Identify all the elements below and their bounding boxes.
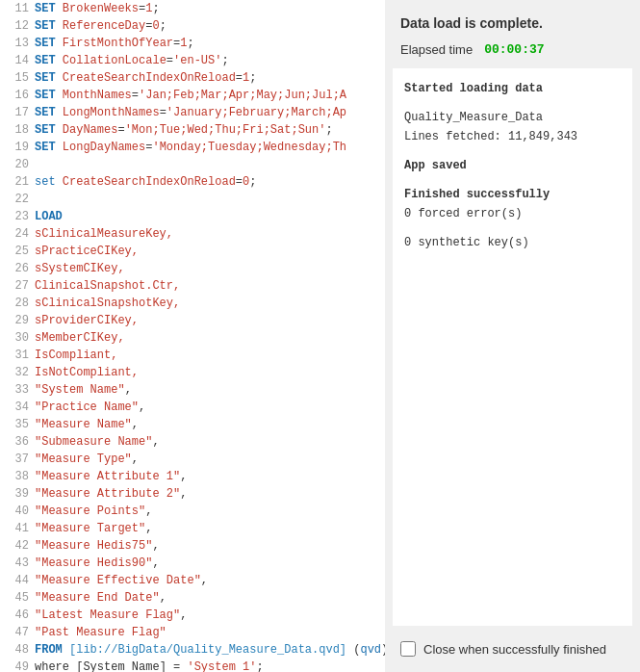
log-area: Started loading data Quality_Measure_Dat… — [393, 68, 632, 626]
code-line: "Measure Target", — [35, 520, 385, 537]
code-line: SET CreateSearchIndexOnReload=1; — [35, 69, 385, 87]
code-line: "Submeasure Name", — [35, 433, 385, 451]
elapsed-row: Elapsed time 00:00:37 — [400, 42, 625, 57]
checkbox-area[interactable]: Close when successfully finished — [385, 626, 640, 672]
code-line: sClinicalSnapshotKey, — [35, 295, 385, 312]
code-line: sMemberCIKey, — [35, 329, 385, 347]
code-editor: 1112131415161718192021222324252627282930… — [0, 0, 385, 672]
elapsed-value: 00:00:37 — [484, 42, 544, 57]
checkbox-label[interactable]: Close when successfully finished — [423, 642, 606, 657]
log-line — [404, 147, 621, 155]
log-line — [404, 99, 621, 107]
code-line: "Measure Hedis90", — [35, 555, 385, 572]
code-line — [35, 156, 385, 173]
elapsed-label: Elapsed time — [400, 42, 473, 57]
log-line: Started loading data — [404, 80, 621, 97]
code-line: "Measure Attribute 2", — [35, 485, 385, 503]
code-line: IsCompliant, — [35, 347, 385, 364]
code-line: IsNotCompliant, — [35, 364, 385, 381]
status-area: Data load is complete. Elapsed time 00:0… — [385, 0, 640, 68]
code-line: SET ReferenceDay=0; — [35, 17, 385, 35]
log-line: App saved — [404, 157, 621, 174]
code-line: SET CollationLocale='en-US'; — [35, 52, 385, 69]
code-line: "Measure Points", — [35, 503, 385, 520]
log-line: Finished successfully — [404, 186, 621, 203]
log-line: Quality_Measure_Data — [404, 109, 621, 126]
code-line: where [System Name] = 'System 1'; — [35, 659, 385, 672]
code-line: SET DayNames='Mon;Tue;Wed;Thu;Fri;Sat;Su… — [35, 121, 385, 139]
code-line: "Practice Name", — [35, 399, 385, 416]
code-line: sPracticeCIKey, — [35, 243, 385, 260]
line-numbers: 1112131415161718192021222324252627282930… — [0, 0, 35, 672]
code-line: "Measure End Date", — [35, 589, 385, 607]
log-line: 0 synthetic key(s) — [404, 234, 621, 251]
log-line: 0 forced error(s) — [404, 205, 621, 222]
code-line: SET LongMonthNames='January;February;Mar… — [35, 104, 385, 121]
close-when-finished-checkbox[interactable] — [400, 641, 416, 657]
code-line: "Measure Name", — [35, 416, 385, 433]
code-line: sSystemCIKey, — [35, 260, 385, 277]
code-line: sClinicalMeasureKey, — [35, 225, 385, 243]
code-line: SET BrokenWeeks=1; — [35, 0, 385, 17]
code-line: ClinicalSnapshot.Ctr, — [35, 277, 385, 295]
code-line: FROM [lib://BigData/Quality_Measure_Data… — [35, 641, 385, 659]
code-line: "Latest Measure Flag", — [35, 607, 385, 624]
right-panel: Data load is complete. Elapsed time 00:0… — [385, 0, 640, 672]
log-line — [404, 176, 621, 184]
log-line: Lines fetched: 11,849,343 — [404, 128, 621, 145]
code-line: "Measure Hedis75", — [35, 537, 385, 555]
code-line: "Measure Attribute 1", — [35, 468, 385, 485]
code-line: "Measure Type", — [35, 451, 385, 468]
code-line: set CreateSearchIndexOnReload=0; — [35, 173, 385, 191]
data-load-title: Data load is complete. — [400, 15, 625, 31]
code-line: SET LongDayNames='Monday;Tuesday;Wednesd… — [35, 139, 385, 156]
code-line: "Past Measure Flag" — [35, 624, 385, 641]
code-line: sProviderCIKey, — [35, 312, 385, 329]
code-line: SET FirstMonthOfYear=1; — [35, 35, 385, 52]
code-line: LOAD — [35, 208, 385, 225]
code-line — [35, 191, 385, 208]
log-line — [404, 224, 621, 232]
code-line: "System Name", — [35, 381, 385, 399]
code-line: SET MonthNames='Jan;Feb;Mar;Apr;May;Jun;… — [35, 87, 385, 104]
code-line: "Measure Effective Date", — [35, 572, 385, 589]
code-content[interactable]: SET BrokenWeeks=1;SET ReferenceDay=0;SET… — [35, 0, 385, 672]
